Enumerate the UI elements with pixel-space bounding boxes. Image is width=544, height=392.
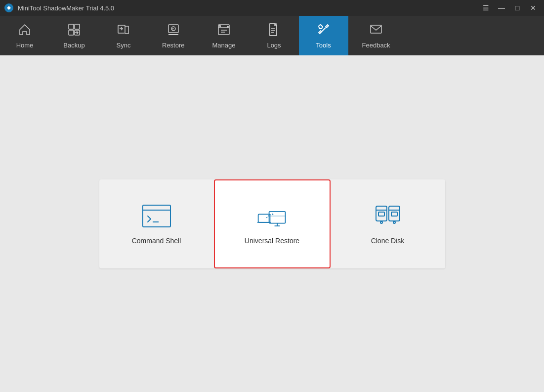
- nav-tools-label: Tools: [316, 42, 331, 49]
- tool-command-shell[interactable]: Command Shell: [99, 179, 214, 268]
- tool-clone-disk[interactable]: Clone Disk: [331, 179, 445, 268]
- app-logo-icon: [4, 3, 14, 13]
- manage-icon: [217, 23, 231, 39]
- close-button[interactable]: ✕: [526, 2, 540, 13]
- nav-restore[interactable]: Restore: [148, 16, 199, 55]
- nav-backup[interactable]: Backup: [49, 16, 99, 55]
- tool-universal-restore[interactable]: Universal Restore: [214, 179, 331, 268]
- app-title: MiniTool ShadowMaker Trial 4.5.0: [18, 4, 114, 12]
- nav-restore-label: Restore: [162, 42, 185, 49]
- clone-disk-label: Clone Disk: [371, 237, 405, 245]
- nav-sync[interactable]: Sync: [99, 16, 148, 55]
- clone-disk-icon: [372, 203, 404, 229]
- svg-rect-35: [389, 206, 400, 221]
- minimize-button[interactable]: —: [495, 2, 508, 13]
- universal-restore-icon: [256, 203, 288, 229]
- nav-feedback[interactable]: Feedback: [348, 16, 404, 55]
- command-shell-label: Command Shell: [132, 237, 181, 245]
- feedback-icon: [369, 23, 383, 39]
- home-icon: [18, 23, 32, 39]
- titlebar: MiniTool ShadowMaker Trial 4.5.0 ☰ — □ ✕: [0, 0, 544, 16]
- restore-icon: [167, 23, 180, 39]
- backup-icon: [67, 23, 81, 39]
- svg-rect-29: [258, 214, 270, 222]
- svg-rect-1: [69, 24, 74, 29]
- sync-icon: [117, 23, 130, 39]
- logs-icon: [267, 23, 281, 39]
- nav-home-label: Home: [16, 42, 34, 49]
- main-content: Command Shell Universal Restore: [0, 55, 544, 392]
- universal-restore-label: Universal Restore: [245, 237, 299, 245]
- nav-backup-label: Backup: [63, 42, 84, 49]
- window-controls: ☰ — □ ✕: [479, 2, 540, 13]
- maximize-button[interactable]: □: [510, 2, 524, 13]
- nav-sync-label: Sync: [117, 42, 131, 49]
- svg-point-14: [227, 26, 229, 28]
- nav-logs-label: Logs: [267, 42, 281, 49]
- navbar: Home Backup Sync: [0, 16, 544, 55]
- tools-icon: [317, 23, 331, 39]
- svg-rect-21: [371, 25, 381, 33]
- nav-logs[interactable]: Logs: [250, 16, 299, 55]
- command-shell-icon: [141, 203, 172, 229]
- svg-point-34: [380, 221, 382, 223]
- svg-rect-31: [376, 206, 387, 221]
- svg-rect-3: [69, 30, 74, 35]
- menu-button[interactable]: ☰: [479, 2, 493, 13]
- svg-rect-25: [269, 211, 285, 223]
- tools-grid: Command Shell Universal Restore: [99, 179, 445, 268]
- svg-rect-2: [75, 24, 80, 29]
- nav-feedback-label: Feedback: [362, 42, 390, 49]
- svg-point-38: [393, 221, 395, 223]
- nav-home[interactable]: Home: [0, 16, 49, 55]
- svg-rect-37: [391, 212, 397, 216]
- nav-tools[interactable]: Tools: [299, 16, 348, 55]
- titlebar-left: MiniTool ShadowMaker Trial 4.5.0: [4, 3, 114, 13]
- svg-rect-22: [143, 205, 170, 227]
- nav-manage[interactable]: Manage: [199, 16, 250, 55]
- svg-point-15: [219, 25, 221, 27]
- nav-manage-label: Manage: [212, 42, 236, 49]
- svg-rect-33: [378, 212, 384, 216]
